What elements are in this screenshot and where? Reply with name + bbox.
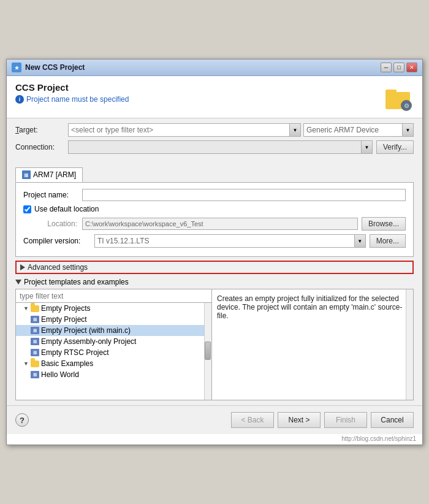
help-button[interactable]: ? [15, 413, 29, 427]
minimize-button[interactable]: ─ [381, 63, 392, 72]
title-bar: ★ New CCS Project ─ □ ✕ [7, 59, 422, 76]
tree-item-label-rtsc: Empty RTSC Project [41, 348, 108, 357]
tree-group-empty-projects[interactable]: ▼ Empty Projects [16, 303, 211, 314]
close-button[interactable]: ✕ [406, 63, 417, 72]
header-title-area: CCS Project i Project name must be speci… [15, 82, 384, 104]
project-name-row: Project name: [23, 189, 406, 201]
description-scrollbar-track [406, 289, 413, 400]
target-left-dropdown: ▼ [68, 123, 301, 137]
templates-tree-panel: ▼ Empty Projects ▦ Empty Project ▦ Empty… [16, 289, 212, 400]
location-label: Location: [23, 220, 78, 228]
header-section: CCS Project i Project name must be speci… [7, 76, 422, 118]
tab-arm7[interactable]: ▦ ARM7 [ARM] [15, 167, 83, 182]
svg-text:⚙: ⚙ [404, 102, 409, 109]
target-right-dropdown: ▼ [303, 123, 414, 137]
form-section: Target: ▼ ▼ [7, 118, 422, 162]
more-button[interactable]: More... [370, 234, 406, 248]
connection-row: Connection: ▼ Verify... [15, 140, 414, 154]
tree-container[interactable]: ▼ Empty Projects ▦ Empty Project ▦ Empty… [16, 303, 211, 400]
target-dropdowns: ▼ ▼ [68, 123, 414, 137]
target-filter-input[interactable] [69, 124, 289, 136]
advanced-toggle[interactable]: Advanced settings [20, 263, 409, 272]
tree-item-assembly[interactable]: ▦ Empty Assembly-only Project [16, 336, 211, 347]
bottom-left: ? [15, 413, 29, 427]
advanced-label: Advanced settings [28, 263, 88, 272]
tree-group-basic-label: Basic Examples [41, 359, 93, 368]
next-button[interactable]: Next > [278, 412, 321, 428]
window-title: New CCS Project [25, 63, 85, 72]
cancel-button[interactable]: Cancel [371, 412, 414, 428]
finish-button[interactable]: Finish [324, 412, 367, 428]
maximize-button[interactable]: □ [393, 63, 404, 72]
file-icon-hello: ▦ [31, 371, 39, 378]
connection-combo[interactable]: ▼ [68, 140, 373, 154]
tree-group-label: Empty Projects [41, 304, 91, 313]
connection-arrow[interactable]: ▼ [361, 141, 372, 153]
back-button[interactable]: < Back [231, 412, 274, 428]
use-default-label[interactable]: Use default location [34, 205, 99, 213]
tree-item-hello[interactable]: ▦ Hello World [16, 369, 211, 380]
advanced-section: Advanced settings [15, 261, 414, 274]
folder-icon-basic [31, 361, 39, 367]
use-default-row: Use default location [23, 205, 406, 213]
tree-scrollbar-track [204, 303, 211, 400]
project-name-label: Project name: [23, 191, 78, 199]
target-row: Target: ▼ ▼ [15, 123, 414, 137]
window-controls: ─ □ ✕ [381, 63, 417, 72]
warning-text: Project name must be specified [26, 95, 129, 104]
verify-button[interactable]: Verify... [376, 140, 414, 154]
compiler-arrow[interactable]: ▼ [354, 235, 365, 247]
advanced-arrow-icon [20, 264, 25, 270]
templates-body: ▼ Empty Projects ▦ Empty Project ▦ Empty… [15, 289, 414, 400]
tree-item-empty-project[interactable]: ▦ Empty Project [16, 314, 211, 325]
file-icon-assembly: ▦ [31, 338, 39, 345]
templates-section: Project templates and examples ▼ Empty P… [15, 278, 414, 400]
dialog-body: Target: ▼ ▼ [7, 118, 422, 445]
target-device-combo[interactable]: ▼ [303, 123, 414, 137]
page-title: CCS Project [15, 82, 384, 93]
target-label: Target: [15, 126, 64, 134]
templates-section-label: Project templates and examples [24, 278, 129, 286]
info-icon: i [15, 95, 24, 104]
connection-label: Connection: [15, 143, 64, 151]
tree-item-label-main: Empty Project (with main.c) [41, 326, 131, 335]
connection-input[interactable] [69, 141, 361, 153]
tree-group-basic[interactable]: ▼ Basic Examples [16, 358, 211, 369]
compiler-input[interactable] [95, 235, 354, 247]
file-icon-empty: ▦ [31, 316, 39, 323]
watermark: http://blog.csdn.net/sphinz1 [7, 434, 422, 445]
file-icon-rtsc: ▦ [31, 349, 39, 356]
templates-header: Project templates and examples [15, 278, 414, 286]
target-device-arrow[interactable]: ▼ [402, 124, 413, 136]
templates-filter-input[interactable] [16, 289, 211, 303]
bottom-right: < Back Next > Finish Cancel [231, 412, 414, 428]
target-filter-arrow[interactable]: ▼ [289, 124, 300, 136]
tab-icon: ▦ [22, 170, 31, 179]
location-row: Location: Browse... [23, 217, 406, 231]
browse-button[interactable]: Browse... [362, 217, 406, 231]
project-name-input[interactable] [82, 189, 406, 201]
header-warning: i Project name must be specified [15, 95, 384, 104]
bottom-bar: ? < Back Next > Finish Cancel [7, 405, 422, 434]
target-device-input[interactable] [304, 124, 402, 136]
header-image: ⚙ [384, 82, 414, 112]
tree-item-empty-main[interactable]: ▦ Empty Project (with main.c) [16, 325, 211, 336]
tab-label: ARM7 [ARM] [33, 170, 76, 179]
collapse-arrow-empty: ▼ [23, 305, 29, 311]
tree-item-hello-label: Hello World [41, 370, 79, 379]
compiler-label: Compiler version: [23, 237, 91, 245]
folder-icon-empty [31, 305, 39, 312]
tree-scrollbar-thumb[interactable] [205, 342, 211, 360]
compiler-combo[interactable]: ▼ [94, 234, 366, 248]
tab-content: Project name: Use default location Locat… [15, 182, 414, 257]
template-description: Creates an empty project fully initializ… [217, 294, 403, 320]
dialog-window: ★ New CCS Project ─ □ ✕ CCS Project i Pr… [6, 59, 423, 445]
title-bar-left: ★ New CCS Project [12, 63, 85, 72]
tree-item-rtsc[interactable]: ▦ Empty RTSC Project [16, 347, 211, 358]
target-filter-combo[interactable]: ▼ [68, 123, 301, 137]
templates-description-panel: Creates an empty project fully initializ… [212, 289, 413, 400]
window-icon: ★ [12, 63, 21, 72]
location-input[interactable] [82, 218, 358, 230]
tab-bar: ▦ ARM7 [ARM] [15, 167, 414, 182]
use-default-checkbox[interactable] [23, 205, 31, 213]
